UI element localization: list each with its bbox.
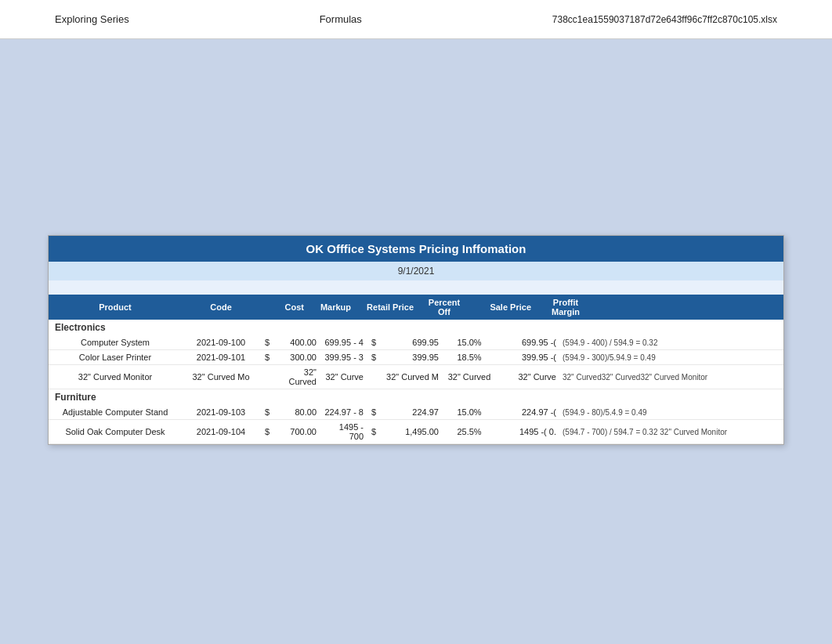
cell-retail: 699.95 [379, 335, 442, 349]
spreadsheet: OK Offfice Systems Pricing Inffomation 9… [48, 235, 784, 445]
cell-retail-sym: $ [367, 335, 379, 349]
cell-retail-sym: $ [367, 405, 379, 419]
cell-code: 2021-09-103 [182, 405, 260, 419]
header-row: Product Code Cost Markup Retail Price Pe… [49, 295, 783, 320]
cell-percent: 25.5% [442, 425, 497, 439]
table-row: 32" Curved Monitor 32" Curved Mo 32" Cur… [49, 365, 783, 389]
cell-sale: 399.95 -( [497, 350, 559, 364]
table-row: Color Laser Printer 2021-09-101 $ 300.00… [49, 350, 783, 365]
cell-markup: 224.97 - 8 [320, 405, 367, 419]
cell-product: 32" Curved Monitor [49, 370, 182, 384]
table-row: Adjustable Computer Stand 2021-09-103 $ … [49, 405, 783, 420]
formulas-label: Formulas [320, 13, 362, 25]
cell-sale: 699.95 -( [497, 335, 559, 349]
header-product: Product [49, 299, 182, 315]
cell-percent: 18.5% [442, 350, 497, 364]
cell-cost: 700.00 [273, 425, 320, 439]
cell-cost-sym: $ [260, 335, 273, 349]
blank-row-1 [49, 280, 783, 295]
cell-markup: 1495 - 700 [320, 420, 367, 443]
cell-markup: 32" Curve [320, 370, 367, 384]
main-area: OK Offfice Systems Pricing Inffomation 9… [0, 39, 832, 644]
cell-product: Color Laser Printer [49, 350, 182, 364]
cell-percent: 15.0% [442, 405, 497, 419]
category-furniture: Furniture [49, 389, 783, 405]
cell-cost-sym: $ [260, 405, 273, 419]
filename-label: 738cc1ea1559037187d72e643ff96c7ff2c870c1… [552, 14, 777, 25]
header-cost: Cost [260, 299, 307, 315]
cell-formula: (594.7 - 700) / 594.7 = 0.32 32" Curved … [559, 425, 783, 439]
table-row: Solid Oak Computer Desk 2021-09-104 $ 70… [49, 420, 783, 444]
cell-code: 32" Curved Mo [182, 370, 260, 384]
header-rest [597, 304, 783, 310]
table-row: Computer System 2021-09-100 $ 400.00 699… [49, 335, 783, 350]
cell-code: 2021-09-101 [182, 350, 260, 364]
cell-cost: 400.00 [273, 335, 320, 349]
cell-code: 2021-09-104 [182, 425, 260, 439]
cell-sale: 1495 -( 0. [497, 425, 559, 439]
header-retail: Retail Price [354, 299, 417, 315]
cell-percent: 32" Curved [442, 370, 497, 384]
cell-cost: 80.00 [273, 405, 320, 419]
cell-retail-sym: $ [367, 425, 379, 439]
cell-formula: (594.9 - 80)/5.4.9 = 0.49 [559, 406, 783, 419]
spreadsheet-title-section: OK Offfice Systems Pricing Inffomation [49, 236, 783, 262]
cell-formula: (594.9 - 400) / 594.9 = 0.32 [559, 336, 783, 349]
cell-product: Solid Oak Computer Desk [49, 425, 182, 439]
cell-cost-sym [260, 374, 273, 379]
cell-formula: 32" Curved32" Curved32" Curved Monitor [559, 371, 783, 384]
header-markup: Markup [307, 299, 354, 315]
cell-sale: 224.97 -( [497, 405, 559, 419]
category-electronics: Electronics [49, 320, 783, 335]
spreadsheet-title: OK Offfice Systems Pricing Inffomation [306, 242, 526, 255]
cell-code: 2021-09-100 [182, 335, 260, 349]
cell-formula: (594.9 - 300)/5.94.9 = 0.49 [559, 351, 783, 364]
cell-percent: 15.0% [442, 335, 497, 349]
series-label: Exploring Series [55, 13, 129, 25]
cell-retail-sym [367, 374, 379, 379]
header-percent: PercentOff [417, 295, 472, 320]
top-bar: Exploring Series Formulas 738cc1ea155903… [0, 0, 832, 39]
cell-markup: 699.95 - 4 [320, 335, 367, 349]
cell-product: Computer System [49, 335, 182, 349]
header-profit: ProffitMargin [534, 295, 597, 320]
cell-cost: 300.00 [273, 350, 320, 364]
cell-retail: 399.95 [379, 350, 442, 364]
cell-retail: 32" Curved M [379, 370, 442, 384]
header-code: Code [182, 299, 260, 315]
date-row: 9/1/2021 [49, 262, 783, 280]
cell-cost: 32" Curved [273, 365, 320, 389]
cell-retail: 1,495.00 [379, 425, 442, 439]
cell-cost-sym: $ [260, 425, 273, 439]
header-sale: Sale Price [472, 299, 534, 315]
cell-product: Adjustable Computer Stand [49, 405, 182, 419]
cell-markup: 399.95 - 3 [320, 350, 367, 364]
cell-sale: 32" Curve [497, 370, 559, 384]
cell-retail: 224.97 [379, 405, 442, 419]
cell-retail-sym: $ [367, 350, 379, 364]
cell-cost-sym: $ [260, 350, 273, 364]
date-value: 9/1/2021 [398, 266, 435, 277]
